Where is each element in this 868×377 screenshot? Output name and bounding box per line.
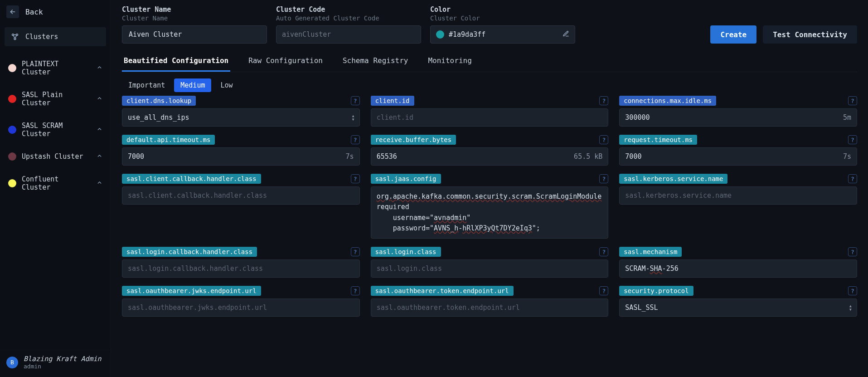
help-icon[interactable]: ? (351, 174, 360, 183)
config-item: sasl.jaas.config ?org.apache.kafka.commo… (371, 174, 609, 239)
config-key-chip: client.id (371, 96, 414, 106)
config-item: connections.max.idle.ms ?3000005m (619, 96, 857, 127)
help-icon[interactable]: ? (848, 247, 857, 256)
help-icon[interactable]: ? (848, 174, 857, 183)
field-placeholder: sasl.oauthbearer.token.endpoint.url (377, 303, 520, 313)
config-input[interactable]: 3000005m (619, 108, 857, 127)
field-placeholder: sasl.oauthbearer.jwks.endpoint.url (128, 303, 267, 313)
back-button[interactable] (6, 5, 19, 18)
config-item: sasl.login.callback.handler.class ?sasl.… (122, 247, 360, 278)
config-input[interactable]: 70007s (122, 147, 360, 166)
tab[interactable]: Beautified Configuration (122, 52, 230, 72)
help-icon[interactable]: ? (351, 96, 360, 105)
field-placeholder: client.id (377, 113, 413, 123)
help-icon[interactable]: ? (599, 96, 608, 105)
cluster-name-sub: Cluster Name (122, 15, 267, 22)
sidebar-item[interactable]: Upstash Cluster (5, 149, 106, 164)
sidebar-item[interactable]: SASL Plain Cluster (5, 87, 106, 111)
avatar[interactable]: B (6, 357, 18, 368)
help-icon[interactable]: ? (599, 135, 608, 144)
sidebar-item[interactable]: PLAINTEXT Cluster (5, 56, 106, 80)
config-input[interactable]: SCRAM-SHA-256 (619, 259, 857, 278)
config-item: sasl.login.class ?sasl.login.class (371, 247, 609, 278)
color-value: #1a9da3ff (449, 30, 485, 39)
level-tabs: ImportantMediumLow (122, 78, 857, 92)
config-textarea[interactable]: org.apache.kafka.common.security.scram.S… (371, 186, 609, 239)
help-icon[interactable]: ? (848, 96, 857, 105)
help-icon[interactable]: ? (599, 247, 608, 256)
config-key-chip: client.dns.lookup (122, 96, 196, 106)
config-key-chip: sasl.jaas.config (371, 174, 441, 184)
create-button[interactable]: Create (710, 25, 756, 44)
config-key-chip: sasl.oauthbearer.jwks.endpoint.url (122, 286, 261, 296)
subtab[interactable]: Medium (174, 78, 211, 92)
clusters-section-icon (10, 32, 20, 42)
chevron-up-icon (97, 179, 102, 187)
config-item: receive.buffer.bytes ?6553665.5 kB (371, 135, 609, 166)
field-suffix: 7s (341, 152, 354, 162)
help-icon[interactable]: ? (351, 286, 360, 295)
config-input[interactable]: sasl.client.callback.handler.class (122, 186, 360, 205)
cluster-code-label: Cluster Code (276, 5, 421, 14)
cluster-code-block: Cluster Code Auto Generated Cluster Code… (276, 5, 421, 44)
color-input[interactable]: #1a9da3ff (430, 25, 575, 44)
test-connectivity-button[interactable]: Test Connectivity (763, 25, 857, 44)
subtab[interactable]: Important (122, 78, 171, 92)
cluster-color-dot (8, 126, 16, 134)
help-icon[interactable]: ? (599, 286, 608, 295)
tab[interactable]: Monitoring (426, 52, 473, 72)
cluster-name-input-el[interactable] (128, 30, 261, 39)
config-item: sasl.kerberos.service.name ?sasl.kerbero… (619, 174, 857, 239)
config-input[interactable]: sasl.login.callback.handler.class (122, 259, 360, 278)
config-grid: client.dns.lookup ?use_all_dns_ips ▴▾ cl… (122, 96, 857, 325)
cluster-name-block: Cluster Name Cluster Name (122, 5, 267, 44)
chevron-up-icon (97, 126, 102, 134)
config-input[interactable]: 6553665.5 kB (371, 147, 609, 166)
sidebar: Back Clusters PLAINTEXT Cluster SASL Pla… (0, 0, 111, 377)
color-sub: Cluster Color (430, 15, 575, 22)
tab[interactable]: Raw Configuration (247, 52, 325, 72)
config-key-chip: sasl.oauthbearer.token.endpoint.url (371, 286, 514, 296)
color-swatch (436, 30, 444, 39)
config-key-chip: request.timeout.ms (619, 135, 697, 145)
sidebar-item[interactable]: Confluent Cluster (5, 171, 106, 195)
field-placeholder: sasl.kerberos.service.name (625, 191, 732, 201)
help-icon[interactable]: ? (599, 174, 608, 183)
help-icon[interactable]: ? (848, 286, 857, 295)
sidebar-item-label: SASL SCRAM Cluster (22, 122, 91, 138)
config-input[interactable]: sasl.oauthbearer.jwks.endpoint.url (122, 299, 360, 317)
user-name: Blazing Kraft Admin (24, 355, 102, 363)
config-input[interactable]: sasl.login.class (371, 259, 609, 278)
config-input[interactable]: sasl.kerberos.service.name (619, 186, 857, 205)
sidebar-item[interactable]: SASL SCRAM Cluster (5, 118, 106, 142)
sidebar-section-clusters[interactable]: Clusters (5, 27, 106, 46)
config-key-chip: connections.max.idle.ms (619, 96, 716, 106)
sidebar-footer: B Blazing Kraft Admin admin (0, 350, 111, 377)
config-select[interactable]: SASL_SSL ▴▾ (619, 299, 857, 317)
subtab[interactable]: Low (214, 78, 239, 92)
help-icon[interactable]: ? (351, 247, 360, 256)
config-item: sasl.mechanism ?SCRAM-SHA-256 (619, 247, 857, 278)
config-input[interactable]: sasl.oauthbearer.token.endpoint.url (371, 299, 609, 317)
sidebar-item-label: SASL Plain Cluster (22, 91, 91, 107)
cluster-color-dot (8, 95, 16, 103)
help-icon[interactable]: ? (848, 135, 857, 144)
color-edit-icon[interactable] (563, 30, 569, 39)
config-input[interactable]: client.id (371, 108, 609, 127)
cluster-code-input: aivenCluster (276, 25, 421, 44)
field-suffix: 5m (839, 113, 851, 123)
cluster-name-label: Cluster Name (122, 5, 267, 14)
config-item: default.api.timeout.ms ?70007s (122, 135, 360, 166)
cluster-name-input[interactable] (122, 25, 267, 44)
cluster-code-sub: Auto Generated Cluster Code (276, 15, 421, 22)
config-item: client.dns.lookup ?use_all_dns_ips ▴▾ (122, 96, 360, 127)
sidebar-section-label: Clusters (25, 33, 58, 41)
help-icon[interactable]: ? (351, 135, 360, 144)
config-key-chip: receive.buffer.bytes (371, 135, 456, 145)
config-item: request.timeout.ms ?70007s (619, 135, 857, 166)
tab[interactable]: Schema Registry (341, 52, 410, 72)
config-select[interactable]: use_all_dns_ips ▴▾ (122, 108, 360, 127)
config-input[interactable]: 70007s (619, 147, 857, 166)
config-key-chip: sasl.login.class (371, 247, 441, 257)
main-panel: Cluster Name Cluster Name Cluster Code A… (111, 0, 868, 377)
